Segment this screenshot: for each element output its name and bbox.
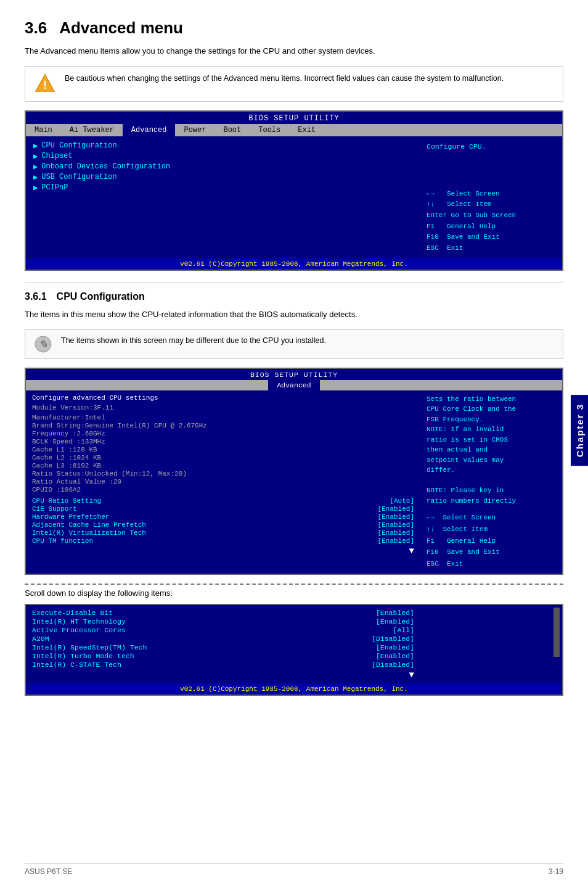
bios-item-usb: ▶USB Configuration: [33, 173, 413, 182]
scroll-note: Scroll down to display the following ite…: [25, 588, 563, 598]
bios-menu-ai-tweaker[interactable]: Ai Tweaker: [61, 124, 123, 136]
svg-text:!: !: [43, 79, 47, 91]
note-text: The items shown in this screen may be di…: [61, 335, 326, 347]
bios2-setting-1: C1E Support [Enabled]: [32, 505, 414, 513]
bios-menu-bar-1: Main Ai Tweaker Advanced Power Boot Tool…: [26, 124, 562, 136]
bios2-info-4: Cache L1 :128 KB: [32, 446, 414, 453]
bios-left-1: ▶CPU Configuration ▶Chipset ▶Onboard Dev…: [26, 136, 420, 259]
warning-icon: !: [34, 73, 56, 95]
bios3-left: Execute-Disable Bit [Enabled] Intel(R) H…: [26, 605, 420, 683]
bios3-setting-4: Intel(R) SpeedStep(TM) Tech [Enabled]: [32, 643, 414, 651]
bios-help-text-1: Configure CPU.: [427, 141, 556, 152]
scroll-down-indicator: ▼: [32, 546, 414, 556]
bios2-setting-4: Intel(R) Virtualization Tech [Enabled]: [32, 529, 414, 537]
bios2-info-1: Brand String:Genuine Intel(R) CPU @ 2.67…: [32, 422, 414, 429]
section-heading: 3.6 Advanced menu: [25, 19, 563, 38]
footer-product: ASUS P6T SE: [25, 867, 72, 876]
bios2-header: Configure advanced CPU settings: [32, 394, 414, 402]
bios2-left: Configure advanced CPU settings Module V…: [26, 390, 420, 574]
bios3-setting-6: Intel(R) C-STATE Tech [Disabled]: [32, 661, 414, 669]
bios-menu-exit[interactable]: Exit: [289, 124, 324, 136]
bios-screen-2: BIOS SETUP UTILITY Advanced Configure ad…: [25, 368, 563, 575]
bios3-setting-0: Execute-Disable Bit [Enabled]: [32, 609, 414, 617]
bios2-setting-5: CPU TM function [Enabled]: [32, 537, 414, 545]
bios2-info-3: BCLK Speed :133MHz: [32, 438, 414, 445]
bios2-module: Module Version:3F.11: [32, 404, 414, 411]
subsection-title: CPU Configuration: [57, 291, 145, 302]
bios2-info-5: Cache L2 :1024 KB: [32, 454, 414, 461]
note-icon: ✎: [34, 335, 52, 353]
bios-menu-power[interactable]: Power: [175, 124, 214, 136]
warning-box: ! Be cautious when changing the settings…: [25, 66, 563, 102]
bios2-info-9: CPUID :106A2: [32, 486, 414, 493]
bios-menu-advanced[interactable]: Advanced: [123, 124, 176, 136]
bios2-setting-0: CPU Ratio Setting [Auto]: [32, 497, 414, 505]
section-divider-1: [25, 282, 563, 283]
bios3-right: [420, 605, 562, 683]
bios2-info-2: Frequency :2.68GHz: [32, 430, 414, 437]
bios3-setting-1: Intel(R) HT Technology [Enabled]: [32, 617, 414, 625]
page-footer: ASUS P6T SE 3-19: [25, 863, 563, 876]
bios-body-1: ▶CPU Configuration ▶Chipset ▶Onboard Dev…: [26, 136, 562, 259]
footer-page: 3-19: [549, 867, 563, 876]
bios-item-onboard: ▶Onboard Devices Configuration: [33, 162, 413, 171]
bios3-setting-5: Intel(R) Turbo Mode tech [Enabled]: [32, 652, 414, 660]
bios2-body: Configure advanced CPU settings Module V…: [26, 390, 562, 574]
bios-title-bar-1: BIOS SETUP UTILITY: [26, 112, 562, 124]
bios-item-cpu: ▶CPU Configuration: [33, 141, 413, 151]
bios3-setting-3: A20M [Disabled]: [32, 635, 414, 643]
scrollbar: [553, 608, 560, 657]
bios-right-1: Configure CPU. ←→ Select Screen ↑↓ Selec…: [420, 136, 562, 259]
bios3-scroll-down: ▼: [32, 670, 414, 680]
note-box: ✎ The items shown in this screen may be …: [25, 329, 563, 359]
bios-menu-boot[interactable]: Boot: [214, 124, 250, 136]
bios-keys-1: ←→ Select Screen ↑↓ Select Item Enter Go…: [427, 189, 556, 254]
scrollbar-area: [420, 605, 562, 657]
bios2-right: Sets the ratio between CPU Core Clock an…: [420, 390, 562, 574]
section-number: 3.6: [25, 19, 47, 38]
bios-screen-1: BIOS SETUP UTILITY Main Ai Tweaker Advan…: [25, 110, 563, 271]
subsection-number: 3.6.1: [25, 291, 47, 302]
bios2-keys: ←→ Select Screen ↑↓ Select Item F1 Gener…: [427, 512, 556, 569]
bios2-setting-2: Hardware Prefetcher [Enabled]: [32, 513, 414, 521]
subsection-heading: 3.6.1 CPU Configuration: [25, 291, 563, 302]
bios-screen-3: Execute-Disable Bit [Enabled] Intel(R) H…: [25, 604, 563, 696]
bios-item-chipset: ▶Chipset: [33, 152, 413, 161]
bios2-right-text: Sets the ratio between CPU Core Clock an…: [427, 394, 556, 506]
bios2-menu-bar: Advanced: [26, 380, 562, 390]
bios3-body: Execute-Disable Bit [Enabled] Intel(R) H…: [26, 605, 562, 683]
bios2-menu-advanced[interactable]: Advanced: [268, 380, 319, 390]
bios3-setting-2: Active Processor Cores [All]: [32, 626, 414, 634]
subsection-intro: The items in this menu show the CPU-rela…: [25, 308, 563, 321]
bios3-footer: v02.61 (C)Copyright 1985-2008, American …: [26, 683, 562, 695]
bios2-info-6: Cache L3 :8192 KB: [32, 462, 414, 469]
bios2-info-7: Ratio Status:Unlocked (Min:12, Max:20): [32, 470, 414, 477]
chapter-tab: Chapter 3: [571, 395, 588, 466]
warning-text: Be cautious when changing the settings o…: [65, 73, 504, 85]
section-intro: The Advanced menu items allow you to cha…: [25, 45, 563, 57]
svg-text:✎: ✎: [39, 339, 47, 350]
bios2-setting-3: Adjacent Cache Line Prefetch [Enabled]: [32, 521, 414, 529]
bios-item-pci: ▶PCIPnP: [33, 183, 413, 192]
bios-menu-tools[interactable]: Tools: [250, 124, 289, 136]
bios-footer-1: v02.61 (C)Copyright 1985-2008, American …: [26, 258, 562, 270]
bios-menu-main[interactable]: Main: [26, 124, 61, 136]
section-title: Advanced menu: [59, 19, 183, 38]
bios2-info-0: Manufacturer:Intel: [32, 414, 414, 421]
dashed-separator: [25, 584, 563, 585]
bios2-title: BIOS SETUP UTILITY: [26, 369, 562, 380]
bios2-info-8: Ratio Actual Value :20: [32, 478, 414, 485]
